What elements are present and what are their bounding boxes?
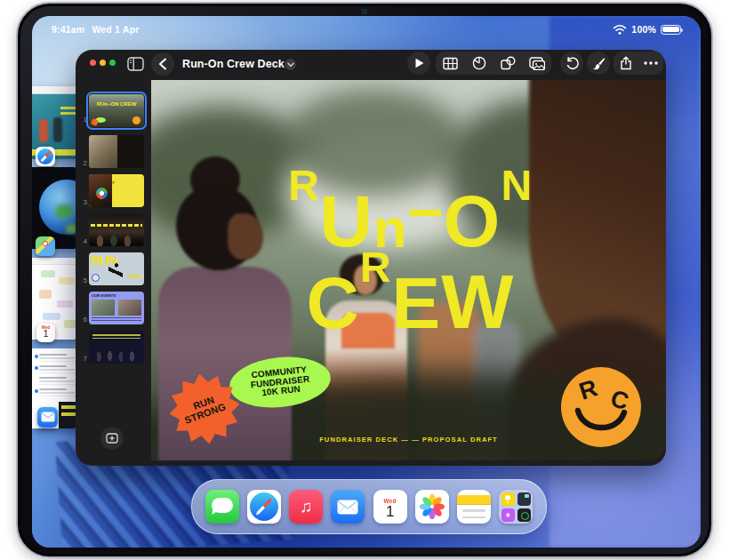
slide-canvas[interactable]: RUn–ON CREW COMMUNITY FUNDRAISER 10K RUN… [151, 80, 666, 460]
battery-icon [661, 25, 681, 35]
status-time-date: 9:41amWed 1 Apr [52, 24, 147, 35]
undo-icon [566, 57, 579, 69]
undo-button[interactable] [560, 52, 583, 75]
rc-smiley-logo[interactable]: R C [560, 366, 642, 448]
notes-icon[interactable] [457, 490, 491, 524]
title-letter: U [318, 192, 372, 251]
chevron-down-icon [287, 62, 294, 68]
slide-thumbnail-4[interactable] [89, 213, 144, 246]
slide-number: 2 [79, 159, 87, 167]
slide-number: 7 [79, 355, 87, 363]
safari-dock-icon[interactable] [247, 490, 281, 524]
slide-thumbnail-7[interactable] [89, 331, 144, 364]
title-letter: N [499, 169, 531, 203]
title-letter: R [358, 251, 390, 284]
tips-mini-icon [501, 492, 515, 506]
thumb-subtitle-text: 10K [128, 272, 141, 280]
shapes-button[interactable] [494, 52, 521, 75]
sidebar-toggle-icon[interactable] [126, 56, 144, 74]
photos-flower-glyph [419, 493, 445, 520]
title-letter: O [442, 192, 500, 251]
safari-icon[interactable] [36, 147, 55, 166]
maps-icon[interactable] [36, 236, 55, 256]
back-button[interactable] [151, 52, 174, 76]
share-icon [620, 56, 632, 70]
plus-icon [106, 433, 118, 444]
notes-yellow-strip [457, 495, 491, 505]
slide-number: 5 [79, 276, 87, 284]
star-mini-icon: ★ [501, 508, 515, 522]
slide-thumbnail-3[interactable]: OUR COMMUNITY [89, 174, 144, 207]
slide-title-line-1: RUn–ON [286, 172, 531, 251]
close-button[interactable] [90, 60, 96, 66]
title-letter: C [305, 274, 358, 332]
mail-dock-icon[interactable] [331, 490, 365, 524]
mail-icon[interactable] [37, 407, 58, 428]
thumb-title-text: RUn–ON CREW [89, 101, 144, 108]
status-bar: 9:41amWed 1 Apr 100% [32, 22, 701, 36]
music-note-glyph: ♫ [300, 497, 312, 516]
music-icon[interactable]: ♫ [289, 490, 323, 524]
add-slide-button[interactable] [100, 427, 124, 450]
slide-title[interactable]: RUn–ON CREW [151, 172, 666, 332]
title-letter: E [390, 274, 440, 332]
title-letter: – [406, 183, 442, 233]
slide-number: 4 [79, 237, 87, 245]
front-camera [362, 9, 367, 14]
title-menu-button[interactable] [285, 59, 296, 70]
camera-mini-icon [517, 492, 531, 506]
status-indicators: 100% [613, 24, 681, 35]
app-library-icon[interactable]: ★ [499, 490, 533, 524]
format-brush-button[interactable] [587, 52, 610, 75]
share-more-group [614, 52, 663, 75]
chevron-left-icon [158, 58, 167, 70]
shapes-icon [501, 56, 516, 70]
slide-number: 3 [79, 198, 87, 206]
battery-percent: 100% [631, 24, 656, 35]
chart-icon [472, 56, 486, 70]
keynote-window: Run-On Crew Deck [76, 50, 666, 466]
speech-bubble-glyph [212, 498, 233, 513]
table-button[interactable] [437, 52, 463, 75]
slide-navigator: 1 RUn–ON CREW 2 RUN-ON STRONG RUN-ON FRE… [76, 80, 151, 466]
play-icon [414, 58, 424, 68]
slide-thumbnail-1[interactable]: RUn–ON CREW [89, 94, 144, 127]
slide-title-line-2: CREW [305, 254, 513, 332]
watch-mini-icon [517, 508, 531, 522]
minimize-button[interactable] [100, 60, 106, 66]
insert-tools-group [436, 52, 551, 75]
slide-thumbnail-5[interactable]: RUN 10K [89, 252, 144, 285]
title-letter: W [439, 271, 512, 332]
format-brush-icon [592, 57, 606, 70]
dock: ♫ Wed 1 [191, 479, 547, 534]
table-icon [443, 57, 458, 70]
messages-icon[interactable] [205, 490, 239, 524]
slide-thumbnail-6[interactable]: OUR EVENTS [89, 292, 144, 324]
present-button[interactable] [407, 52, 430, 75]
slide-thumbnail-2[interactable]: RUN-ON STRONG RUN-ON FREE RUN-ON TOGETHE… [89, 135, 144, 168]
calendar-day: 1 [373, 504, 407, 520]
zoom-button[interactable] [109, 60, 116, 66]
ellipsis-icon [644, 61, 658, 65]
calendar-icon[interactable]: Wed1 [36, 324, 55, 342]
thumb-title-text: OUR EVENTS [92, 293, 116, 298]
ipad-screen: 9:41amWed 1 Apr 100% [32, 16, 701, 548]
status-time: 9:41am [52, 24, 84, 35]
more-button[interactable] [639, 52, 662, 75]
slide-number: 6 [79, 316, 87, 324]
photos-icon[interactable] [415, 490, 449, 524]
ipad-device: 9:41amWed 1 Apr 100% [16, 2, 713, 558]
keynote-toolbar: Run-On Crew Deck [76, 50, 666, 80]
title-letter: R [286, 169, 318, 203]
share-button[interactable] [614, 52, 638, 75]
wifi-icon [613, 24, 627, 35]
badge-text: 10K RUN [261, 385, 301, 398]
status-date: Wed 1 Apr [92, 24, 139, 35]
calendar-dock-icon[interactable]: Wed 1 [373, 490, 407, 524]
chart-button[interactable] [466, 52, 493, 75]
media-button[interactable] [524, 52, 550, 75]
media-icon [529, 57, 545, 70]
slide-number: 1 [79, 116, 87, 124]
envelope-glyph [337, 500, 358, 515]
calendar-window-header [32, 258, 82, 265]
